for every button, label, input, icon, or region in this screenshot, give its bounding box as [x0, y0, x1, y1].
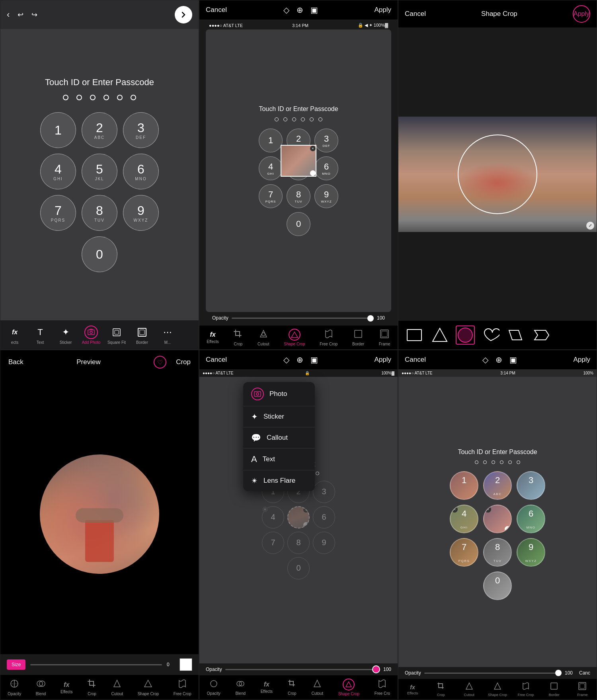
p6-free-crop-tool[interactable]: Free Crop [516, 682, 536, 697]
p6-erase-icon[interactable]: ◇ [482, 355, 488, 365]
p6-frame-tool[interactable]: Frame [572, 682, 592, 697]
btool-frame[interactable]: Frame [379, 329, 390, 346]
size-slider[interactable] [30, 664, 162, 665]
circle-key-2[interactable]: 2 ABC [483, 471, 512, 500]
p6-border-tool[interactable]: Border [544, 682, 564, 697]
p5-cancel[interactable]: Cancel [206, 356, 227, 364]
btool-effects2[interactable]: fx Effects [60, 681, 72, 694]
p5-free-crop-tool[interactable]: Free Cro [375, 679, 390, 696]
p5-apply[interactable]: Apply [374, 356, 391, 364]
p6-cancel[interactable]: Cancel [405, 356, 426, 364]
numpad-6[interactable]: 6MNO [123, 154, 159, 189]
phone-key-7[interactable]: 7PQRS [259, 184, 283, 208]
layout-icon[interactable]: ▣ [310, 5, 318, 15]
tool-border[interactable]: Border [130, 324, 154, 346]
shape-triangle[interactable] [430, 326, 449, 345]
shape-heart[interactable] [481, 326, 500, 345]
phone-key-3[interactable]: 3DEF [314, 129, 338, 152]
apply-button[interactable]: Apply [374, 6, 391, 14]
btool-shape-crop2[interactable]: Shape Crop [138, 679, 159, 696]
cancel-button[interactable]: Cancel [405, 10, 426, 18]
numpad-7[interactable]: 7PQRS [40, 195, 76, 231]
dropdown-sticker[interactable]: ✦ Sticker [243, 406, 315, 427]
crop-button[interactable]: Crop [176, 358, 191, 366]
undo-icon[interactable]: ↩ [18, 10, 23, 19]
circle-key-5[interactable]: ⤢ × [483, 505, 512, 533]
btool-opacity[interactable]: Opacity [8, 679, 21, 696]
apply-button[interactable]: Apply [573, 5, 590, 23]
p6-crop-tool[interactable]: Crop [431, 682, 451, 697]
btool-effects[interactable]: fx Effects [207, 331, 219, 344]
p6-layout-icon[interactable]: ▣ [509, 355, 517, 365]
tool-effects[interactable]: fx ects [3, 324, 27, 346]
phone-key-8[interactable]: 8TUV [287, 184, 310, 208]
p6-thumb[interactable] [555, 670, 562, 676]
size-badge[interactable]: Size [7, 659, 25, 670]
btool-free-crop[interactable]: Free Crop [320, 329, 338, 346]
numpad-9[interactable]: 9WXYZ [123, 195, 159, 231]
shape-parallelogram[interactable] [507, 326, 526, 345]
p6-shape-crop-tool[interactable]: Shape Crop [488, 682, 507, 697]
dropdown-lens-flare[interactable]: ✴ Lens Flare [243, 470, 315, 491]
p5-cutout-tool[interactable]: Cutout [311, 679, 323, 696]
circle-crop-overlay[interactable] [458, 135, 537, 214]
numpad-4[interactable]: 4GHI [40, 154, 76, 189]
redo-icon[interactable]: ↪ [31, 10, 37, 19]
tool-text[interactable]: T Text [28, 324, 52, 346]
btool-free-crop2[interactable]: Free Crop [174, 679, 191, 696]
numpad-1[interactable]: 1 [40, 112, 76, 148]
phone-key-0[interactable]: 0 [287, 212, 310, 236]
tool-add-photo[interactable]: Add Photo [79, 324, 103, 346]
phone-key-1[interactable]: 1 [259, 129, 283, 152]
circle-key-1[interactable]: 1 [450, 471, 478, 500]
add-heart-button[interactable]: ♡ [154, 356, 166, 369]
p5-layout-icon[interactable]: ▣ [310, 355, 318, 365]
expand-handle[interactable]: ⤢ [586, 222, 594, 230]
phone-key-4[interactable]: 4GHI [259, 156, 283, 180]
shape-rect[interactable] [405, 326, 424, 345]
phone-key-9[interactable]: 9WXYZ [314, 184, 338, 208]
numpad-5[interactable]: 5JKL [82, 154, 117, 189]
circle-key-7[interactable]: 7 PQRS [450, 538, 478, 567]
opacity-slider[interactable] [232, 318, 374, 319]
numpad-0[interactable]: 0 [82, 236, 117, 272]
cancel-button[interactable]: Cancel [206, 6, 227, 14]
dropdown-photo[interactable]: Photo [243, 382, 315, 406]
color-swatch[interactable] [179, 658, 192, 671]
circle-key-8[interactable]: 8 TUV [483, 538, 512, 567]
btool-border[interactable]: Border [352, 329, 364, 346]
p5-erase-icon[interactable]: ◇ [283, 355, 289, 365]
p5-blend-tool[interactable]: Blend [235, 679, 246, 696]
circle-key-0[interactable]: 0 [483, 571, 512, 600]
btool-crop2[interactable]: Crop [87, 679, 97, 696]
p5-shape-crop-tool[interactable]: Shape Crop [338, 679, 359, 696]
circle-key-9[interactable]: 9 WXYZ [517, 538, 545, 567]
p5-add-icon[interactable]: ⊕ [297, 355, 303, 365]
p6-effects-tool[interactable]: fx Effects [403, 684, 423, 695]
opacity-thumb[interactable] [367, 315, 374, 322]
shape-chevron[interactable] [532, 326, 551, 345]
p6-apply[interactable]: Apply [573, 356, 590, 364]
p5-opacity-tool[interactable]: Opacity [207, 679, 220, 696]
p5-crop-tool[interactable]: Crop [288, 679, 297, 696]
p6-cutout-tool[interactable]: Cutout [459, 682, 479, 697]
shape-circle[interactable] [456, 326, 475, 345]
tool-square-fit[interactable]: Square Fit [105, 324, 129, 346]
numpad-8[interactable]: 8TUV [82, 195, 117, 231]
phone-key-6[interactable]: 6MNO [314, 156, 338, 180]
back-button[interactable]: Back [8, 358, 23, 366]
numpad-3[interactable]: 3DEF [123, 112, 159, 148]
opacity-thumb-pink[interactable] [372, 665, 380, 673]
p6-add-icon[interactable]: ⊕ [496, 355, 502, 365]
forward-button[interactable] [175, 6, 192, 23]
add-icon[interactable]: ⊕ [297, 5, 303, 15]
circle-key-6[interactable]: 6 MNO [517, 505, 545, 533]
btool-shape-crop[interactable]: Shape Crop [284, 329, 305, 346]
back-icon[interactable]: ‹ [7, 10, 10, 20]
tool-sticker[interactable]: ✦ Sticker [54, 324, 78, 346]
btool-crop[interactable]: Crop [233, 329, 243, 346]
phone-key-5[interactable]: 5 × ⤢ [287, 156, 310, 180]
circle-key-4[interactable]: 4 GHI × [450, 505, 478, 533]
numpad-2[interactable]: 2ABC [82, 112, 117, 148]
btool-cutout2[interactable]: Cutout [111, 679, 123, 696]
